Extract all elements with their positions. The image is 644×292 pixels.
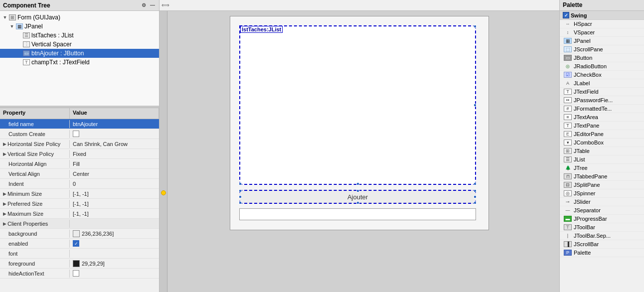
prop-row-hsize[interactable]: ▶ Horizontal Size Policy Can Shrink, Can… [0,139,159,149]
btn-resize-handle-br[interactable] [474,201,477,204]
palette-item-jtoolbarsep[interactable]: | JToolBar.Sep... [560,232,644,240]
expand-maxsize[interactable]: ▶ [3,211,6,216]
canvas-resize-icon[interactable]: ⟺ [161,2,169,8]
tree-item-lstTaches[interactable]: ☰ lstTaches : JList [0,31,159,40]
resize-handle-br[interactable] [474,182,477,185]
form-canvas[interactable]: lstTaches:JList Ajouter [230,16,489,230]
palette-label-jtoolbar: JToolBar [574,224,595,230]
prop-row-foreground[interactable]: foreground 29,29,29] [0,259,159,269]
palette-item-jcheckbox[interactable]: ☑ JCheckBox [560,71,644,79]
value-maxsize: [-1, -1] [73,211,89,217]
palette-icon-jtextpane: T [564,123,572,129]
prop-row-prefsize[interactable]: ▶ Preferred Size [-1, -1] [0,199,159,209]
palette-item-jcombobox[interactable]: ▾ JComboBox [560,139,644,147]
palette-item-jscrollbar[interactable]: ▐ JScrollBar [560,240,644,249]
palette-item-jbutton[interactable]: ▭ JButton [560,54,644,62]
prop-row-minsize[interactable]: ▶ Minimum Size [-1, -1] [0,189,159,199]
prop-row-font[interactable]: font [0,249,159,259]
jlist-component[interactable]: lstTaches:JList [239,25,476,185]
palette-item-jradiobutton[interactable]: ◎ JRadioButton [560,62,644,71]
prop-name-prefsize: ▶ Preferred Size [0,200,70,208]
palette-item-jtextarea[interactable]: ≡ JTextArea [560,113,644,122]
palette-item-jseparator[interactable]: — JSeparator [560,206,644,215]
palette-item-jtree[interactable]: 🌲 JTree [560,164,644,172]
tree-expand-form[interactable]: ▼ [2,14,8,20]
prop-row-vsize[interactable]: ▶ Vertical Size Policy Fixed [0,149,159,159]
palette-icon-jscrollpane: ⬚ [564,46,572,52]
expand-minsize[interactable]: ▶ [3,191,6,196]
prop-row-background[interactable]: background 236,236,236] [0,229,159,239]
palette-item-jpanel[interactable]: ▦ JPanel [560,37,644,45]
palette-item-palettebottom[interactable]: P Palette [560,249,644,257]
palette-item-jpassword[interactable]: •• JPasswordFie... [560,96,644,105]
prop-row-customcreate[interactable]: Custom Create [0,129,159,139]
btn-resize-handle-tl[interactable] [239,189,242,192]
btn-resize-handle-ml[interactable] [239,195,242,198]
tree-item-verticalSpacer[interactable]: ⋮ Vertical Spacer [0,40,159,49]
palette-item-jtable[interactable]: ⊞ JTable [560,147,644,155]
btn-resize-handle-tm[interactable] [356,189,359,192]
prop-row-halign[interactable]: Horizontal Align Fill [0,159,159,169]
palette-item-jtoolbar[interactable]: ⊤ JToolBar [560,223,644,232]
swing-checkbox[interactable]: ✓ [563,12,569,18]
resize-handle-tr[interactable] [474,25,477,28]
jbutton-component[interactable]: Ajouter [239,190,476,204]
palette-list: ✓ Swing ↔ HSpacr ↕ VSpacer ▦ JPanel ⬚ JS… [560,11,644,292]
palette-item-jformatted[interactable]: # JFormattedTe... [560,105,644,113]
settings-icon[interactable]: ⚙ [140,2,147,9]
property-col-header: Property [0,108,70,119]
prop-row-hideActionText[interactable]: hideActionText [0,269,159,279]
palette-item-jslider[interactable]: ⊸ JSlider [560,198,644,206]
palette-item-jlabel[interactable]: A JLabel [560,79,644,88]
tree-item-btnAjouter[interactable]: ▭ btnAjouter : JButton [0,49,159,58]
palette-item-jtextpane[interactable]: T JTextPane [560,122,644,130]
palette-item-jtabbedpane[interactable]: ⊓ JTabbedPane [560,172,644,181]
prop-row-fieldname[interactable]: field name btnAjouter [0,119,159,129]
expand-prefsize[interactable]: ▶ [3,201,6,206]
palette-item-jsplitpane[interactable]: ⊟ JSplitPane [560,181,644,189]
left-gutter [160,11,167,292]
btn-resize-handle-tr[interactable] [474,189,477,192]
btn-resize-handle-bm[interactable] [356,201,359,204]
collapse-icon[interactable]: — [149,2,156,9]
component-tree-title: Component Tree [3,2,50,9]
palette-section-swing[interactable]: ✓ Swing [560,11,644,20]
palette-icon-jlabel: A [564,80,572,86]
palette-item-jeditorpane[interactable]: E JEditorPane [560,130,644,139]
tree-item-champTxt[interactable]: T champTxt : JTextField [0,58,159,67]
prop-row-maxsize[interactable]: ▶ Maximum Size [-1, -1] [0,209,159,219]
resize-handle-bl[interactable] [239,182,242,185]
palette-item-vspacer[interactable]: ↕ VSpacer [560,28,644,37]
tree-item-form[interactable]: ▼ ⊞ Form (GUIJava) [0,13,159,22]
resize-handle-bm[interactable] [356,182,359,185]
checkbox-enabled[interactable]: ✓ [73,240,79,247]
palette-item-jprogressbar[interactable]: ▬ JProgressBar [560,215,644,223]
expand-clientprops[interactable]: ▶ [3,221,6,226]
prop-name-minsize: ▶ Minimum Size [0,190,70,198]
palette-item-jspinner[interactable]: ◎ JSpinner [560,189,644,198]
prop-row-clientprops[interactable]: ▶ Client Properties [0,219,159,229]
jtextfield-component[interactable] [239,208,476,220]
expand-vsize[interactable]: ▶ [3,151,6,156]
btn-resize-handle-bl[interactable] [239,201,242,204]
checkbox-hideActionText[interactable] [73,270,79,277]
palette-item-jtextfield[interactable]: T JTextField [560,88,644,96]
checkbox-customcreate[interactable] [73,131,79,137]
prop-row-valign[interactable]: Vertical Align Center [0,169,159,179]
resize-handle-mr[interactable] [474,104,477,107]
tree-expand-jpanel[interactable]: ▼ [9,23,15,29]
prop-row-indent[interactable]: Indent 0 [0,179,159,189]
prop-row-enabled[interactable]: enabled ✓ [0,239,159,249]
prop-value-halign: Fill [70,160,159,168]
btn-resize-handle-mr[interactable] [474,195,477,198]
palette-item-jlist[interactable]: ☰ JList [560,155,644,164]
tree-item-jpanel[interactable]: ▼ ▦ JPanel [0,22,159,31]
palette-item-jscrollpane[interactable]: ⬚ JScrollPane [560,45,644,54]
palette-item-hspacer[interactable]: ↔ HSpacr [560,20,644,28]
tree-expand-champTxt [16,59,22,65]
tree-header-icons: ⚙ — [140,2,156,9]
prop-value-foreground: 29,29,29] [70,259,159,268]
component-tree: ▼ ⊞ Form (GUIJava) ▼ ▦ JPanel ☰ lstTache… [0,11,159,106]
expand-hsize[interactable]: ▶ [3,142,6,146]
palette-icon-jspinner: ◎ [564,190,572,196]
